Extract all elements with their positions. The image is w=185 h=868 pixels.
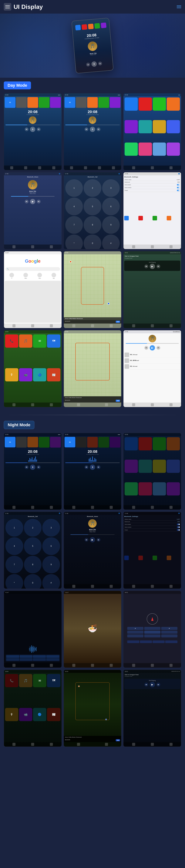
bot-2-2[interactable] <box>84 166 87 169</box>
social-next[interactable]: ⏭ <box>157 346 160 350</box>
night-grid-12[interactable] <box>167 482 180 495</box>
key-hash[interactable]: # <box>102 235 120 249</box>
key-6[interactable]: 6 <box>102 197 120 215</box>
night-key-2[interactable]: 2 <box>24 519 42 536</box>
google-search-bar[interactable]: 🔍 <box>5 267 60 271</box>
night-eq-bot-1[interactable] <box>12 664 16 667</box>
night-play-2[interactable]: ⏸ <box>90 465 95 470</box>
nav-func-4[interactable] <box>165 641 177 643</box>
social-prev[interactable]: ⏮ <box>144 346 148 350</box>
apps-phone[interactable]: 📞 <box>5 335 18 348</box>
night-icon-2-3[interactable] <box>87 437 98 447</box>
shortcut-1[interactable]: YT <box>5 273 18 279</box>
app-icon-msg[interactable]: ✉ <box>5 97 16 108</box>
night-next-2[interactable]: ⏭ <box>97 465 100 469</box>
map-bot-1[interactable] <box>72 324 75 327</box>
night-bot-2-3[interactable] <box>110 506 113 509</box>
nav-ctrl-9[interactable] <box>161 634 178 638</box>
settings-icon-4[interactable] <box>167 216 171 220</box>
app-icon-2-4[interactable] <box>98 97 109 108</box>
apps-video[interactable]: 📹 <box>19 368 32 381</box>
night-apps-music[interactable]: 🎵 <box>19 674 32 687</box>
night-bt-play[interactable]: ▶ <box>90 537 95 542</box>
nav-lines-icon[interactable] <box>177 5 181 8</box>
menu-icon[interactable] <box>4 3 11 10</box>
key-3[interactable]: 3 <box>102 179 120 197</box>
grid-icon-1[interactable] <box>125 97 138 111</box>
nav-ctrl-4[interactable] <box>127 631 143 634</box>
night-grid-11[interactable] <box>153 482 166 495</box>
night-comp-bot-3[interactable] <box>169 664 173 667</box>
social-bot-1[interactable] <box>132 403 135 406</box>
map-det-bot-2[interactable] <box>105 403 108 406</box>
apps-msg[interactable]: ✉ <box>33 335 46 348</box>
bot-3-3[interactable] <box>169 166 173 169</box>
night-btm-bot-3[interactable] <box>110 585 113 588</box>
app-icon-5[interactable] <box>50 97 61 108</box>
night-grid-9[interactable] <box>125 482 138 495</box>
night-key-8[interactable]: 8 <box>24 556 42 574</box>
key-9[interactable]: 9 <box>102 216 120 234</box>
app-icon-2-2[interactable] <box>76 97 87 108</box>
night-key-0[interactable]: 0 <box>24 574 42 589</box>
night-icon-1-3[interactable] <box>27 437 38 447</box>
night-key-3[interactable]: 3 <box>42 519 60 536</box>
bottom-icon-2[interactable] <box>24 166 27 169</box>
night-bt-next[interactable]: ⏭ <box>97 538 100 541</box>
google-bot-1[interactable] <box>12 324 16 327</box>
night-settings-icon-3[interactable] <box>153 556 157 560</box>
settings-icon-3[interactable] <box>153 216 157 220</box>
play-2[interactable]: ⏸ <box>90 127 95 132</box>
night-apps-msg[interactable]: ✉ <box>33 674 46 687</box>
np-prev[interactable]: ⏮ <box>144 265 148 268</box>
night-bot-1-1[interactable] <box>12 506 16 509</box>
prev-1[interactable]: ⏮ <box>25 127 28 131</box>
app-icon-3[interactable] <box>27 97 38 108</box>
app-icon-2-3[interactable] <box>87 97 98 108</box>
night-apps-bot-1[interactable] <box>12 743 16 746</box>
next-1[interactable]: ⏭ <box>37 127 41 131</box>
bottom-icon-3[interactable] <box>38 166 41 169</box>
nav-ctrl-8[interactable] <box>144 634 160 638</box>
night-set-bot-1[interactable] <box>132 585 135 588</box>
next-2[interactable]: ⏭ <box>97 127 100 131</box>
nav-func-3[interactable] <box>153 641 165 643</box>
grid-icon-10[interactable] <box>138 143 152 156</box>
hero-prev-btn[interactable]: ⏮ <box>86 63 90 67</box>
night-eq-bot-3[interactable] <box>50 664 53 667</box>
night-np-play[interactable]: ▶ <box>150 682 155 687</box>
night-map-bot-2[interactable] <box>105 743 108 746</box>
nav-bot-1[interactable] <box>132 324 135 327</box>
social-bot-3[interactable] <box>169 403 173 406</box>
nav-ctrl-7[interactable] <box>127 634 143 638</box>
night-apps-bot-2[interactable] <box>31 743 34 746</box>
night-comp-bot-1[interactable] <box>132 664 135 667</box>
night-key-star[interactable]: * <box>5 574 23 589</box>
night-go-btn[interactable]: GO <box>116 739 120 741</box>
apps-bot-3[interactable] <box>50 403 53 406</box>
apps-podcast[interactable]: 🎙 <box>5 368 18 381</box>
nav-func-2[interactable] <box>140 641 152 643</box>
night-settings-icon-1[interactable] <box>124 556 129 560</box>
night-home-bot-1[interactable] <box>132 506 135 509</box>
night-settings-icon-2[interactable] <box>138 556 143 560</box>
bt-bot-2[interactable] <box>31 245 34 248</box>
night-np-prev[interactable]: ⏮ <box>144 683 148 686</box>
night-nav-bot-1[interactable] <box>132 743 135 746</box>
night-power-toggle[interactable] <box>177 529 180 531</box>
night-key-1[interactable]: 1 <box>5 519 23 536</box>
settings-icon-1[interactable] <box>124 216 129 220</box>
night-grid-4[interactable] <box>167 437 180 451</box>
auto-connect-toggle[interactable] <box>177 187 180 188</box>
apps-map[interactable]: 🗺 <box>47 335 60 348</box>
map-detail-go[interactable]: GO <box>116 400 120 402</box>
nav-bot-3[interactable] <box>169 324 173 327</box>
hero-play-btn[interactable]: ⏸ <box>91 61 97 67</box>
night-set-bot-3[interactable] <box>169 585 173 588</box>
hero-next-btn[interactable]: ⏭ <box>98 61 102 66</box>
night-apps-phone[interactable]: 📞 <box>5 674 18 687</box>
settings-bot-2[interactable] <box>151 245 154 248</box>
grid-icon-5[interactable] <box>125 120 138 133</box>
grid-icon-7[interactable] <box>153 120 166 133</box>
night-prev-2[interactable]: ⏮ <box>85 465 88 469</box>
